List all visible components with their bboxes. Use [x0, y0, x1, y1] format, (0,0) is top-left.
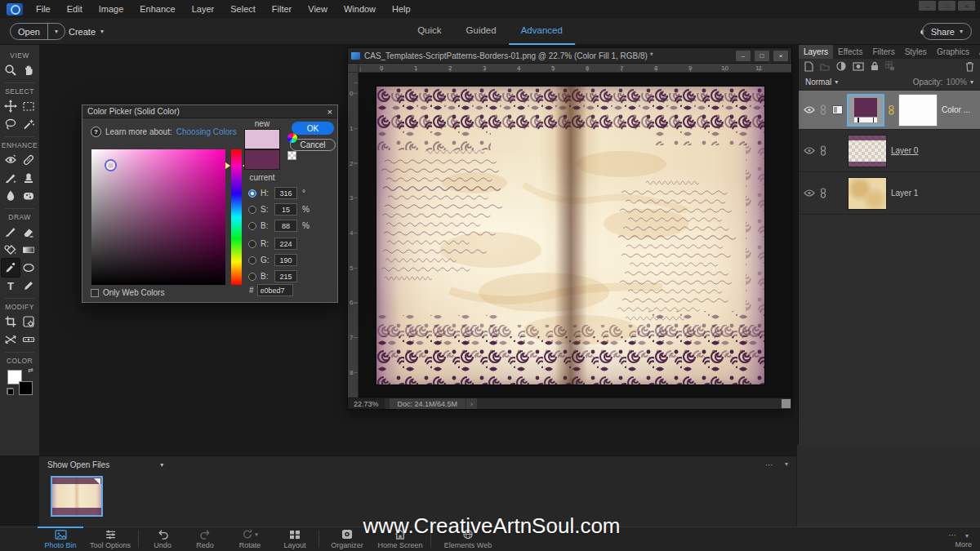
gradient-tool[interactable] — [20, 241, 38, 259]
rotate-button[interactable]: ▾ Rotate — [226, 527, 274, 551]
zoom-tool[interactable] — [2, 61, 20, 79]
open-file-thumbnail[interactable] — [51, 476, 103, 517]
new-layer-icon[interactable] — [804, 61, 813, 72]
dialog-close-icon[interactable]: × — [327, 107, 332, 117]
quick-selection-tool[interactable] — [20, 115, 38, 133]
doc-info-caret-icon[interactable]: › — [466, 398, 477, 409]
red-eye-removal-tool[interactable] — [2, 151, 20, 169]
sponge-tool[interactable] — [20, 187, 38, 205]
r-radio[interactable] — [248, 240, 256, 248]
choosing-colors-link[interactable]: Choosing Colors — [176, 127, 237, 136]
mask-link-icon[interactable] — [889, 105, 894, 115]
maximize-window-icon[interactable]: □ — [938, 1, 956, 11]
paint-bucket-tool[interactable] — [2, 241, 20, 259]
eye-icon[interactable] — [804, 147, 816, 154]
menu-view[interactable]: View — [300, 0, 336, 18]
fill-layer-thumbnail[interactable] — [847, 94, 884, 127]
pencil-tool[interactable] — [20, 277, 38, 295]
document-titlebar[interactable]: CAS_Templates-ScriptPatterns-Borders-01.… — [348, 48, 791, 64]
color-field-marker[interactable] — [106, 161, 115, 170]
background-color-swatch[interactable] — [19, 381, 33, 395]
tool-options-button[interactable]: Tool Options — [85, 527, 136, 551]
document-canvas[interactable] — [359, 73, 791, 398]
swap-colors-icon[interactable]: ⇄ — [28, 367, 33, 374]
close-window-icon[interactable]: × — [958, 1, 975, 11]
new-group-icon[interactable] — [820, 62, 830, 71]
tab-graphics[interactable]: Graphics — [932, 45, 974, 59]
menu-filter[interactable]: Filter — [264, 0, 300, 18]
menu-edit[interactable]: Edit — [59, 0, 91, 18]
hex-input[interactable] — [257, 284, 293, 296]
ok-button[interactable]: OK — [292, 122, 334, 135]
r-input[interactable] — [274, 238, 297, 250]
blend-mode-caret-icon[interactable]: ▾ — [835, 78, 838, 86]
menu-help[interactable]: Help — [384, 0, 419, 18]
layer-thumbnail[interactable] — [848, 135, 887, 167]
app-logo-icon[interactable] — [7, 3, 23, 16]
blend-mode-select[interactable]: Normal — [805, 78, 831, 87]
straighten-tool[interactable] — [20, 331, 38, 349]
adjustment-layer-icon[interactable] — [836, 61, 846, 71]
eyedropper-tool[interactable] — [2, 259, 20, 277]
layout-button[interactable]: Layout — [274, 527, 316, 551]
layer-mask-icon[interactable] — [853, 62, 864, 71]
hue-slider[interactable] — [231, 149, 242, 285]
layer-row-color-fill[interactable]: Color ... — [799, 91, 980, 130]
menu-layer[interactable]: Layer — [184, 0, 223, 18]
photo-bin-more-icon[interactable]: ⋯ — [765, 460, 773, 469]
doc-minimize-icon[interactable]: – — [736, 51, 751, 61]
lock-all-icon[interactable] — [871, 61, 879, 71]
opacity-value[interactable]: 100% — [946, 78, 967, 87]
move-tool[interactable] — [2, 97, 20, 115]
cookie-cutter-tool[interactable] — [20, 313, 38, 331]
hand-tool[interactable] — [20, 61, 38, 79]
cancel-button[interactable]: Cancel — [290, 139, 336, 151]
b2-radio[interactable] — [248, 273, 256, 281]
link-icon[interactable] — [820, 188, 828, 198]
blur-tool[interactable] — [2, 187, 20, 205]
show-open-files-caret-icon[interactable]: ▾ — [160, 461, 163, 469]
spot-healing-brush-tool[interactable] — [20, 151, 38, 169]
zoom-level-field[interactable]: 22.73% — [348, 398, 385, 409]
s-radio[interactable] — [248, 206, 256, 214]
tab-effects[interactable]: Effects — [833, 45, 867, 59]
layer-name[interactable]: Layer 1 — [891, 189, 918, 198]
only-web-colors-checkbox[interactable] — [91, 289, 99, 297]
delete-layer-icon[interactable] — [965, 61, 974, 72]
h-input[interactable] — [274, 187, 297, 199]
help-icon[interactable]: ? — [91, 127, 101, 137]
menu-select[interactable]: Select — [222, 0, 264, 18]
tab-guided[interactable]: Guided — [454, 18, 509, 45]
default-colors-icon[interactable] — [7, 388, 14, 395]
layer-row-layer0[interactable]: Layer 0 — [799, 130, 980, 172]
recompose-tool[interactable] — [2, 331, 20, 349]
show-open-files-select[interactable]: Show Open Files — [47, 460, 109, 469]
crop-tool[interactable] — [2, 313, 20, 331]
b-radio[interactable] — [248, 222, 256, 230]
opacity-caret-icon[interactable]: ▾ — [970, 78, 973, 86]
menu-file[interactable]: File — [28, 0, 59, 18]
g-input[interactable] — [274, 254, 297, 266]
share-button[interactable]: Share ▾ — [922, 23, 972, 40]
more-button[interactable]: ⋯ ▾ More — [948, 527, 972, 551]
eraser-tool[interactable] — [20, 223, 38, 241]
layer-row-layer1[interactable]: Layer 1 — [799, 172, 980, 215]
tab-advanced[interactable]: Advanced — [509, 18, 575, 45]
clone-stamp-tool[interactable] — [20, 169, 38, 187]
tab-filters[interactable]: Filters — [867, 45, 899, 59]
tab-actions[interactable]: Actions — [974, 45, 980, 59]
saturation-brightness-field[interactable] — [91, 149, 225, 285]
rectangular-marquee-tool[interactable] — [20, 97, 38, 115]
tab-styles[interactable]: Styles — [900, 45, 932, 59]
g-radio[interactable] — [248, 256, 256, 264]
h-radio[interactable] — [248, 189, 256, 198]
layer-name[interactable]: Color ... — [942, 105, 970, 114]
shape-tool[interactable] — [20, 259, 38, 277]
s-input[interactable] — [274, 203, 297, 216]
menu-enhance[interactable]: Enhance — [131, 0, 183, 18]
open-caret-icon[interactable]: ▾ — [48, 28, 65, 35]
open-button[interactable]: Open ▾ — [10, 23, 65, 40]
minimize-window-icon[interactable]: – — [919, 1, 936, 11]
lock-transparency-icon[interactable] — [885, 61, 895, 71]
tab-layers[interactable]: Layers — [799, 45, 833, 59]
